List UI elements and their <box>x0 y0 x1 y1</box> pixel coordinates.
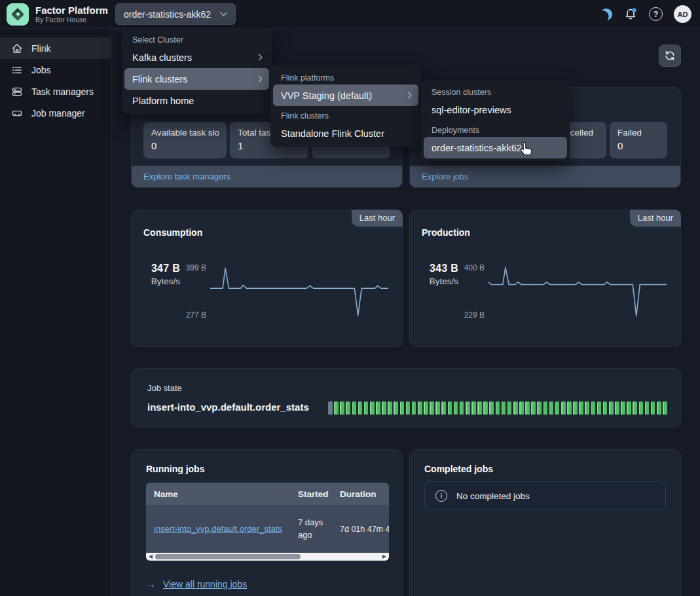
refresh-button[interactable] <box>659 45 681 67</box>
chart-unit: Bytes/s <box>139 276 192 286</box>
job-state-segment <box>507 401 512 415</box>
job-state-segment <box>531 401 536 415</box>
scrollbar-thumb[interactable] <box>155 554 301 559</box>
job-state-segment <box>543 401 548 415</box>
sidebar-item-flink[interactable]: Flink <box>0 37 111 59</box>
menu-item-sql-editor-previews[interactable]: sql-editor-previews <box>421 99 570 121</box>
last-hour-badge: Last hour <box>630 210 681 227</box>
sidebar-item-task-managers[interactable]: Task managers <box>0 81 111 102</box>
job-state-segment <box>483 401 488 415</box>
consumption-chart-panel: Last hour Consumption 347 B Bytes/s 399 … <box>131 210 403 347</box>
explore-jobs-link[interactable]: Explore jobs <box>422 172 469 181</box>
menu-item-label: order-statistics-akk62 <box>432 143 522 153</box>
stat-value: 0 <box>617 140 659 151</box>
brand-tagline: By Factor House <box>35 16 108 24</box>
job-state-segment <box>364 401 369 415</box>
production-chart-panel: Last hour Production 343 B Bytes/s 400 B… <box>409 210 681 347</box>
moon-icon <box>600 7 613 20</box>
job-state-bar <box>328 401 667 415</box>
no-completed-jobs-box: i No completed jobs <box>424 481 666 510</box>
horizontal-scrollbar[interactable] <box>146 553 389 561</box>
menu-item-standalone-flink-cluster[interactable]: Standalone Flink Cluster <box>270 122 421 144</box>
job-state-segment <box>639 401 644 415</box>
scroll-right-arrow[interactable] <box>382 555 386 559</box>
job-state-segment <box>394 401 398 415</box>
job-state-segment <box>561 401 566 415</box>
sidebar-item-jobs[interactable]: Jobs <box>0 59 111 81</box>
job-name-link[interactable]: insert-into_vvp.default.order_stats <box>154 524 282 534</box>
menu-item-kafka-clusters[interactable]: Kafka clusters <box>122 47 272 68</box>
info-icon: i <box>435 490 447 502</box>
y-axis-max-label: 400 B <box>461 263 485 272</box>
job-state-segment <box>651 401 655 415</box>
summary-footer: Explore task managers <box>132 166 402 187</box>
list-icon <box>11 64 23 76</box>
y-axis-min-label: 229 B <box>461 310 485 320</box>
chart-title: Consumption <box>143 227 202 238</box>
job-state-segment <box>454 401 458 415</box>
view-all-running-jobs-link[interactable]: View all running jobs <box>163 579 247 589</box>
job-state-segment <box>579 401 583 415</box>
factor-platform-logo-icon <box>7 3 29 26</box>
job-name: insert-into_vvp.default.order_stats <box>147 401 309 413</box>
menu-item-flink-clusters[interactable]: Flink clusters <box>124 68 269 90</box>
job-state-segment <box>621 401 625 415</box>
job-state-segment <box>340 401 344 415</box>
menu-section-header: Flink platforms <box>270 68 421 84</box>
chevron-down-icon <box>221 10 227 16</box>
column-header-name: Name <box>146 483 290 505</box>
explore-task-managers-link[interactable]: Explore task managers <box>143 172 230 181</box>
chevron-right-icon <box>256 76 263 83</box>
sidebar-item-label: Flink <box>31 43 51 54</box>
topbar: Factor Platform By Factor House order-st… <box>0 0 700 29</box>
menu-item-order-statistics-akk62[interactable]: order-statistics-akk62 <box>424 137 567 158</box>
job-state-segment <box>477 401 482 415</box>
job-state-segment <box>549 401 554 415</box>
menu-item-label: sql-editor-previews <box>432 105 511 115</box>
job-state-segment <box>430 401 434 415</box>
job-state-segment <box>334 401 339 415</box>
job-state-segment <box>376 401 380 415</box>
dark-mode-toggle[interactable] <box>600 9 612 20</box>
user-avatar[interactable]: AD <box>674 5 691 23</box>
menu-item-platform-home[interactable]: Platform home <box>122 90 272 111</box>
table-row: insert-into_vvp.default.order_stats 7 da… <box>146 505 389 553</box>
help-button[interactable]: ? <box>649 7 663 21</box>
job-state-segment <box>370 401 375 415</box>
scroll-left-arrow[interactable] <box>149 555 153 559</box>
job-state-segment <box>489 401 494 415</box>
empty-state-text: No completed jobs <box>456 491 530 501</box>
servers-icon <box>11 86 23 98</box>
table-header: Name Started Duration <box>146 483 389 505</box>
job-state-segment <box>460 401 464 415</box>
chart-title: Production <box>422 227 470 238</box>
running-jobs-table: Name Started Duration insert-into_vvp.de… <box>146 483 389 561</box>
stat-card-failed: Failed 0 <box>610 122 667 158</box>
job-state-segment <box>388 401 392 415</box>
brand-name: Factor Platform <box>35 5 108 16</box>
sidebar: Flink Jobs Task managers Job manager <box>0 29 111 596</box>
sidebar-item-label: Job manager <box>31 108 85 119</box>
cluster-selector-dropdown[interactable]: order-statistics-akk62 <box>115 3 236 25</box>
stat-card-available-task-slots: Available task slots 0 <box>143 122 227 158</box>
consumption-sparkline <box>210 261 388 324</box>
job-state-segment <box>441 401 446 415</box>
y-axis-min-label: 277 B <box>183 310 206 320</box>
sidebar-item-job-manager[interactable]: Job manager <box>0 102 111 124</box>
drive-icon <box>11 107 23 119</box>
menu-item-label: VVP Staging (default) <box>281 90 372 101</box>
job-state-segment <box>346 401 350 415</box>
job-state-label: Job state <box>147 383 182 393</box>
job-state-segment <box>585 401 589 415</box>
menu-item-label: Kafka clusters <box>132 52 192 63</box>
job-state-segment <box>597 401 602 415</box>
menu-item-vvp-staging[interactable]: VVP Staging (default) <box>273 84 418 106</box>
chevron-right-icon <box>405 92 412 99</box>
notifications-button[interactable] <box>623 7 638 22</box>
job-state-segment <box>466 401 470 415</box>
job-state-segment <box>435 401 440 415</box>
column-header-duration: Duration <box>333 483 389 505</box>
y-axis-max-label: 399 B <box>183 263 206 272</box>
job-state-segment <box>567 401 572 415</box>
menu-section-header: Deployments <box>421 121 570 137</box>
